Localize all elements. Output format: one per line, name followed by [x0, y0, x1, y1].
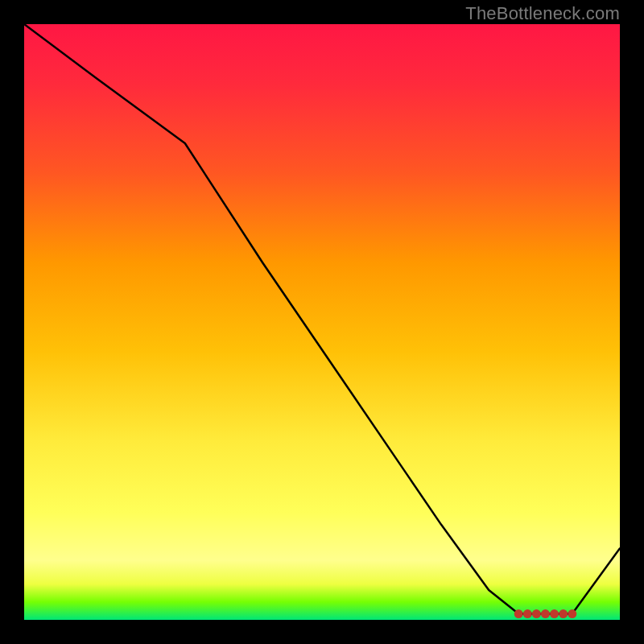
marker-dot	[541, 609, 550, 618]
marker-dot	[550, 609, 559, 618]
marker-dot	[559, 609, 568, 618]
marker-dot	[514, 609, 523, 618]
bottleneck-curve	[24, 24, 620, 614]
chart-container: TheBottleneck.com	[0, 0, 644, 644]
marker-cluster	[514, 609, 577, 618]
marker-dot	[568, 609, 576, 618]
marker-dot	[532, 609, 541, 618]
chart-svg	[24, 24, 620, 620]
marker-dot	[523, 609, 532, 618]
plot-area	[24, 24, 620, 620]
watermark-text: TheBottleneck.com	[465, 3, 620, 24]
